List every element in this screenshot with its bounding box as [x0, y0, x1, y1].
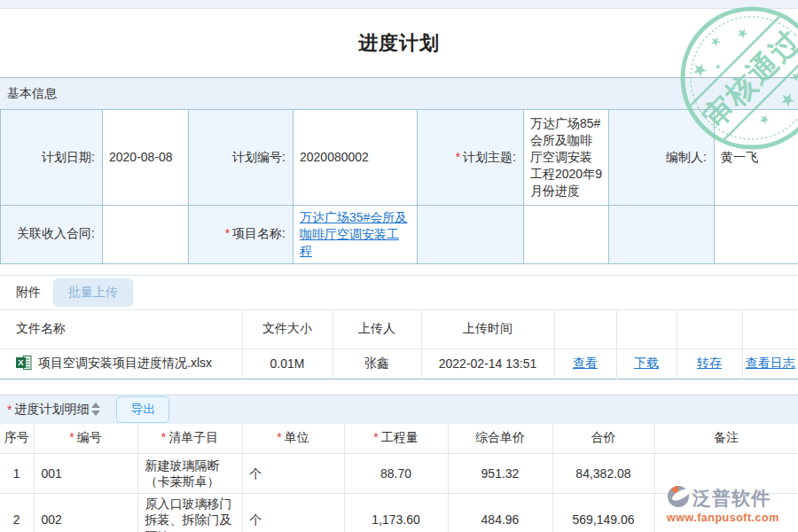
- cell-remark: [654, 494, 798, 532]
- export-button[interactable]: 导出: [116, 396, 169, 423]
- col-action: [742, 309, 798, 348]
- required-asterisk: *: [456, 150, 460, 164]
- basic-info-header-label: 基本信息: [7, 86, 57, 102]
- attachments-table: 文件名称 文件大小 上传人 上传时间: [0, 309, 798, 379]
- cell-unit: 个: [242, 454, 344, 494]
- col-file-size: 文件大小: [242, 309, 332, 348]
- detail-header-row: 序号 *编号 *清单子目 *单位 *工程量 综合单价 合价 备注: [0, 424, 798, 454]
- col-action: [554, 309, 616, 348]
- project-name-link[interactable]: 万达广场35#会所及咖啡厅空调安装工程: [300, 210, 407, 258]
- col-unit-price: 综合单价: [448, 424, 552, 454]
- cell-seq: 2: [0, 494, 34, 532]
- plan-number-label: 计划编号:: [189, 110, 293, 206]
- plan-subject-label: *计划主题:: [418, 110, 524, 206]
- empty-value-cell: [524, 206, 609, 264]
- required-asterisk: *: [225, 226, 230, 240]
- file-download-link[interactable]: 下载: [634, 356, 659, 370]
- sort-icon[interactable]: [91, 403, 100, 416]
- file-upload-time: 2022-02-14 13:51: [421, 348, 554, 379]
- detail-row: 1 001 新建玻璃隔断（卡莱斯卓） 个 88.70 951.32 84,382…: [0, 454, 798, 494]
- cell-unit: 个: [242, 494, 344, 532]
- col-unit: *单位: [242, 424, 344, 454]
- cell-seq: 1: [0, 454, 34, 494]
- cell-item: 新建玻璃隔断（卡莱斯卓）: [137, 454, 242, 494]
- top-strip: [0, 0, 798, 9]
- col-uploader: 上传人: [332, 309, 421, 348]
- plan-number-value: 2020080002: [293, 110, 418, 206]
- attachments-header-row: 文件名称 文件大小 上传人 上传时间: [0, 309, 798, 348]
- col-action: [677, 309, 742, 348]
- empty-value-cell: [715, 206, 798, 264]
- batch-upload-button[interactable]: 批量上传: [53, 278, 133, 307]
- svg-text:X: X: [18, 357, 24, 367]
- file-transfer-link[interactable]: 转存: [697, 356, 722, 370]
- cell-remark: [654, 454, 798, 494]
- cell-unit-price: 951.32: [448, 454, 552, 494]
- file-view-log-link[interactable]: 查看日志: [746, 356, 795, 370]
- detail-section-header: * 进度计划明细 导出: [0, 395, 798, 424]
- plan-date-value: 2020-08-08: [103, 110, 189, 206]
- related-income-contract-value: [103, 206, 189, 264]
- project-name-label: *项目名称:: [189, 206, 293, 264]
- cell-code: 001: [34, 454, 137, 494]
- file-uploader: 张鑫: [332, 348, 421, 379]
- cell-code: 002: [34, 494, 137, 532]
- excel-file-icon: X: [16, 355, 32, 373]
- plan-date-label: 计划日期:: [1, 110, 103, 206]
- attachments-section: 附件 批量上传 文件名称 文件大小 上传人 上传时间: [0, 275, 798, 379]
- cell-total: 84,382.08: [552, 454, 654, 494]
- cell-total: 569,149.06: [552, 494, 654, 532]
- detail-header-label: 进度计划明细: [14, 402, 89, 418]
- col-code: *编号: [34, 424, 137, 454]
- detail-row: 2 002 原入口玻璃移门拆装、拆除门及隔墙 个 1,173.60 484.96…: [0, 494, 798, 532]
- detail-table: 序号 *编号 *清单子目 *单位 *工程量 综合单价 合价 备注 1 001 新…: [0, 424, 798, 532]
- file-view-link[interactable]: 查看: [573, 356, 598, 370]
- empty-label-cell: [418, 206, 524, 264]
- cell-unit-price: 484.96: [448, 494, 552, 532]
- creator-label: 编制人:: [609, 110, 715, 206]
- empty-label-cell: [609, 206, 715, 264]
- attachments-bar: 附件 批量上传: [0, 276, 798, 309]
- attachment-row: X 项目空调安装项目进度情况.xlsx 0.01M 张鑫 2022-02-14 …: [0, 348, 798, 379]
- col-upload-time: 上传时间: [421, 309, 554, 348]
- related-income-contract-label: 关联收入合同:: [1, 206, 103, 264]
- col-remark: 备注: [654, 424, 798, 454]
- project-name-cell: 万达广场35#会所及咖啡厅空调安装工程: [293, 206, 418, 264]
- basic-info-section-header: 基本信息: [0, 77, 798, 109]
- attachments-label: 附件: [16, 285, 41, 301]
- file-name: 项目空调安装项目进度情况.xlsx: [38, 356, 212, 372]
- required-asterisk: *: [7, 403, 12, 417]
- basic-info-table: 计划日期: 2020-08-08 计划编号: 2020080002 *计划主题:…: [0, 109, 798, 264]
- col-item: *清单子目: [137, 424, 242, 454]
- creator-value: 黄一飞: [715, 110, 798, 206]
- page-title: 进度计划: [358, 30, 440, 57]
- file-name-cell: X 项目空调安装项目进度情况.xlsx: [0, 348, 242, 379]
- col-action: [616, 309, 677, 348]
- col-quantity: *工程量: [344, 424, 448, 454]
- col-total: 合价: [552, 424, 654, 454]
- plan-subject-value: 万达广场85#会所及咖啡厅空调安装工程2020年9月份进度: [524, 110, 609, 206]
- title-row: 进度计划: [0, 9, 798, 77]
- cell-quantity: 1,173.60: [344, 494, 448, 532]
- file-size: 0.01M: [242, 348, 332, 379]
- col-seq: 序号: [0, 424, 34, 454]
- col-file-name: 文件名称: [0, 309, 242, 348]
- cell-quantity: 88.70: [344, 454, 448, 494]
- cell-item: 原入口玻璃移门拆装、拆除门及隔墙: [137, 494, 242, 532]
- progress-plan-page: 进度计划 基本信息 计划日期: 2020-08-08 计划编号: 2020080…: [0, 0, 798, 532]
